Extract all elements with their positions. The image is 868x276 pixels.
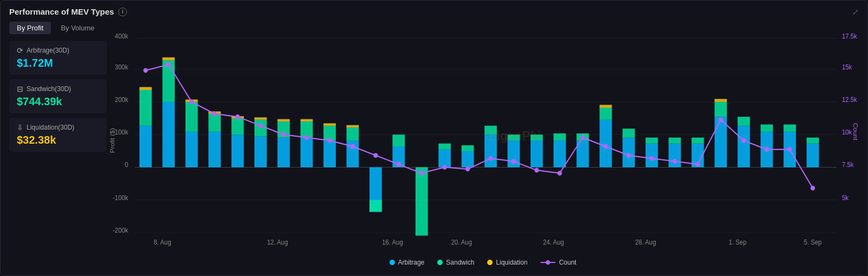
stat-label-sandwich: ⊟ Sandwich(30D) — [17, 85, 99, 93]
sidebar: By Profit By Volume ⟳ Arbitrage(30D) $1.… — [9, 22, 107, 276]
stat-card-sandwich: ⊟ Sandwich(30D) $744.39k — [9, 79, 107, 113]
svg-rect-56 — [392, 134, 405, 146]
svg-text:16. Aug: 16. Aug — [382, 239, 403, 246]
svg-text:8. Aug: 8. Aug — [154, 239, 171, 246]
svg-rect-52 — [347, 125, 359, 127]
title-text: Performance of MEV Types — [9, 7, 114, 16]
svg-rect-92 — [783, 125, 796, 132]
chart-area: 400k 300k 200k 100k 0 -100k -200k 17.5k … — [107, 22, 859, 276]
svg-rect-75 — [599, 105, 612, 107]
panel: Performance of MEV Types i ⤢ By Profit B… — [0, 0, 868, 276]
chart-legend: Arbitrage Sandwich Liquidation Count — [107, 259, 859, 266]
svg-point-115 — [603, 144, 608, 149]
svg-rect-35 — [232, 134, 244, 167]
svg-rect-33 — [208, 114, 221, 132]
svg-rect-29 — [186, 132, 198, 168]
svg-text:15k: 15k — [842, 63, 852, 70]
svg-point-112 — [534, 168, 539, 173]
svg-rect-25 — [139, 87, 152, 90]
svg-rect-59 — [438, 150, 451, 168]
liquidation-icon: ⇩ — [17, 123, 23, 132]
stat-value-liquidation: $32.38k — [17, 134, 99, 146]
svg-rect-90 — [761, 125, 773, 132]
svg-rect-83 — [692, 138, 704, 144]
legend-liquidation: Liquidation — [487, 259, 527, 266]
stat-value-sandwich: $744.39k — [17, 95, 99, 108]
stat-value-arbitrage: $1.72M — [17, 57, 99, 69]
svg-point-122 — [764, 147, 769, 152]
svg-text:200k: 200k — [115, 96, 129, 103]
svg-rect-43 — [277, 119, 290, 121]
svg-text:1. Sep: 1. Sep — [729, 239, 746, 246]
svg-text:Profit ($): Profit ($) — [109, 128, 116, 153]
expand-icon[interactable]: ⤢ — [852, 8, 859, 16]
tab-row: By Profit By Volume — [9, 22, 107, 34]
legend-dot-sandwich — [437, 260, 443, 265]
svg-rect-76 — [623, 138, 635, 168]
svg-point-120 — [718, 117, 723, 122]
svg-rect-23 — [139, 126, 152, 168]
arbitrage-icon: ⟳ — [17, 46, 23, 55]
svg-text:28. Aug: 28. Aug — [635, 239, 656, 246]
stat-card-arbitrage: ⟳ Arbitrage(30D) $1.72M — [9, 41, 107, 75]
legend-line-count — [540, 262, 556, 263]
svg-point-100 — [258, 123, 263, 128]
svg-rect-28 — [162, 57, 175, 60]
svg-text:20. Aug: 20. Aug — [451, 239, 472, 246]
main-chart: 400k 300k 200k 100k 0 -100k -200k 17.5k … — [107, 22, 859, 253]
stat-label-arbitrage: ⟳ Arbitrage(30D) — [17, 46, 99, 55]
svg-rect-78 — [646, 144, 658, 168]
svg-text:12.5k: 12.5k — [842, 96, 857, 103]
svg-rect-46 — [301, 119, 313, 121]
svg-rect-30 — [186, 102, 198, 132]
svg-rect-86 — [714, 99, 727, 101]
svg-rect-93 — [807, 144, 819, 168]
svg-rect-60 — [438, 144, 451, 150]
svg-rect-38 — [254, 136, 267, 167]
legend-dot-arbitrage — [390, 260, 395, 265]
svg-text:5. Sep: 5. Sep — [804, 239, 822, 246]
svg-point-111 — [512, 159, 516, 164]
svg-rect-45 — [301, 121, 313, 138]
svg-point-95 — [143, 68, 148, 73]
stat-label-liquidation: ⇩ Liquidation(30D) — [17, 123, 99, 132]
tab-by-profit[interactable]: By Profit — [9, 22, 51, 34]
svg-text:10k: 10k — [842, 129, 852, 136]
svg-point-108 — [443, 165, 447, 170]
svg-rect-79 — [646, 138, 658, 144]
svg-rect-62 — [462, 145, 474, 151]
svg-rect-47 — [323, 140, 336, 167]
svg-rect-74 — [599, 108, 612, 120]
svg-rect-51 — [347, 127, 359, 140]
svg-text:24. Aug: 24. Aug — [543, 239, 564, 246]
svg-point-102 — [304, 135, 309, 140]
svg-rect-77 — [623, 129, 635, 137]
svg-rect-36 — [232, 119, 244, 135]
svg-rect-40 — [254, 117, 267, 119]
svg-rect-69 — [553, 140, 566, 167]
svg-point-116 — [627, 153, 631, 158]
svg-rect-85 — [714, 102, 727, 117]
info-icon[interactable]: i — [118, 8, 127, 16]
panel-header: Performance of MEV Types i ⤢ — [9, 7, 859, 16]
svg-point-117 — [649, 156, 654, 161]
tab-by-volume[interactable]: By Volume — [53, 22, 102, 34]
sandwich-icon: ⊟ — [17, 85, 23, 93]
svg-rect-41 — [277, 138, 290, 168]
stat-card-liquidation: ⇩ Liquidation(30D) $32.38k — [9, 118, 107, 152]
panel-title: Performance of MEV Types i — [9, 7, 127, 16]
svg-text:EigenPhi: EigenPhi — [488, 129, 541, 144]
svg-point-118 — [673, 159, 677, 164]
svg-point-107 — [419, 171, 424, 176]
svg-text:0: 0 — [125, 161, 129, 168]
svg-rect-73 — [599, 120, 612, 168]
svg-rect-58 — [416, 167, 428, 235]
svg-rect-87 — [738, 126, 750, 168]
svg-rect-88 — [738, 117, 750, 125]
svg-point-96 — [167, 62, 171, 67]
legend-dot-liquidation — [487, 260, 493, 265]
svg-point-97 — [189, 100, 194, 105]
svg-rect-26 — [162, 102, 175, 168]
svg-point-105 — [373, 153, 378, 158]
svg-text:-200k: -200k — [113, 227, 129, 234]
